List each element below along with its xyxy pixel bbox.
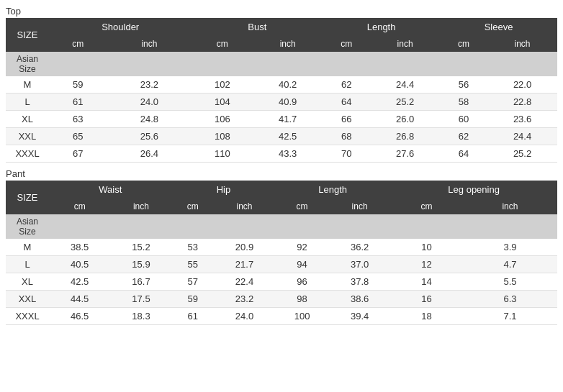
top-bust-cm: cm [192, 36, 253, 52]
top-shoulder-inch: inch [107, 36, 192, 52]
top-length-inch: inch [370, 36, 440, 52]
pant-asian-size-label: AsianSize [6, 214, 49, 239]
pant-size-header: SIZE [6, 181, 49, 214]
pant-data-row: L 40.5 15.9 55 21.7 94 37.0 12 4.7 [6, 256, 557, 273]
top-table: SIZE Shoulder Bust Length Sleeve cm inch… [6, 18, 557, 163]
top-data-row: XXL 65 25.6 108 42.5 68 26.8 62 24.4 [6, 128, 557, 145]
pant-data-row: M 38.5 15.2 53 20.9 92 36.2 10 3.9 [6, 239, 557, 256]
pant-waist-inch: inch [110, 199, 171, 214]
top-section-title: Top [6, 6, 557, 17]
top-size-header: SIZE [6, 18, 49, 52]
pant-table: SIZE Waist Hip Length Leg opening cm inc… [6, 181, 557, 325]
top-length-cm: cm [323, 36, 370, 52]
pant-length-cm: cm [275, 199, 329, 214]
pant-data-row: XL 42.5 16.7 57 22.4 96 37.8 14 5.5 [6, 273, 557, 291]
top-data-row: XXXL 67 26.4 110 43.3 70 27.6 64 25.2 [6, 145, 557, 163]
top-asian-size-label: AsianSize [6, 52, 49, 76]
pant-length-inch: inch [329, 199, 390, 214]
pant-hip-inch: inch [214, 199, 275, 214]
pant-waist-header: Waist [49, 181, 172, 199]
pant-header-row: SIZE Waist Hip Length Leg opening [6, 181, 557, 199]
top-sleeve-cm: cm [440, 36, 487, 52]
top-length-header: Length [323, 18, 440, 36]
top-asian-size-row: AsianSize [6, 52, 557, 76]
top-data-row: XL 63 24.8 106 41.7 66 26.0 60 23.6 [6, 111, 557, 128]
pant-data-row: XXL 44.5 17.5 59 23.2 98 38.6 16 6.3 [6, 291, 557, 308]
top-sleeve-inch: inch [487, 36, 557, 52]
pant-legopen-header: Leg opening [390, 181, 557, 199]
top-shoulder-header: Shoulder [49, 18, 192, 36]
pant-length-header: Length [275, 181, 390, 199]
top-header-row: SIZE Shoulder Bust Length Sleeve [6, 18, 557, 36]
pant-hip-cm: cm [172, 199, 214, 214]
pant-data-row: XXXL 46.5 18.3 61 24.0 100 39.4 18 7.1 [6, 308, 557, 325]
top-bust-inch: inch [253, 36, 323, 52]
top-subheader-row: cm inch cm inch cm inch cm inch [6, 36, 557, 52]
top-shoulder-cm: cm [49, 36, 107, 52]
pant-hip-header: Hip [172, 181, 276, 199]
top-data-row: M 59 23.2 102 40.2 62 24.4 56 22.0 [6, 76, 557, 94]
pant-subheader-row: cm inch cm inch cm inch cm inch [6, 199, 557, 214]
pant-waist-cm: cm [49, 199, 110, 214]
top-data-row: L 61 24.0 104 40.9 64 25.2 58 22.8 [6, 94, 557, 111]
top-sleeve-header: Sleeve [440, 18, 557, 36]
top-bust-header: Bust [192, 18, 323, 36]
pant-asian-size-row: AsianSize [6, 214, 557, 239]
pant-leg-inch: inch [463, 199, 557, 214]
pant-section-title: Pant [6, 168, 557, 179]
pant-leg-cm: cm [390, 199, 463, 214]
